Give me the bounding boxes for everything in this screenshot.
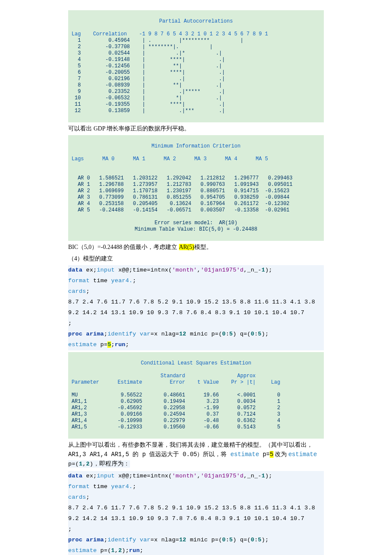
minic-footer1: Error series model: AR(10) [72,220,320,226]
pacf-rows: 1 0.45964 | . |********* | 2 -0.37708 | … [72,38,320,114]
pacf-header-lag: Lag [72,31,81,37]
minic-rows: AR 0 1.586521 1.203122 1.292042 1.212812… [72,175,320,214]
minic-header: Lags MA 0 MA 1 MA 2 MA 3 MA 4 MA 5 [72,156,320,162]
code2-l3: cards; [68,492,324,503]
code2-l2: format time year4.; [68,482,324,492]
text-stationary: 可以看出 GDP 增长率修正后的数据序列平稳。 [68,124,324,133]
code2-l1: data ex;input x@@;time=intnx('month','01… [68,471,324,482]
clse-rows: MU 9.56522 0.48661 19.66 <.0001 0AR1,1 0… [72,392,320,431]
minic-footer2: Minimum Table Value: BIC(5,0) = -0.24488 [72,226,320,233]
minic-title: Minimum Information Criterion [72,143,320,150]
clse-title: Conditional Least Squares Estimation [72,360,320,367]
text-bic: BIC（5,0）=-0.24488 的值最小，考虑建立 AR(5)模型。 [68,243,324,252]
code1-l4: 8.7 2.4 7.6 11.7 7.6 7.8 5.2 9.1 10.9 15… [68,297,324,308]
pacf-title: Partial Autocorrelations [72,18,320,25]
code1-l3: cards; [68,286,324,297]
code2-l4: 8.7 2.4 7.6 11.7 7.6 7.8 5.2 9.1 10.9 15… [68,503,324,514]
code2-l7: proc arima;identify var=x nlag=12 minic … [68,535,324,546]
code-block-2: data ex;input x@@;time=intnx('month','01… [68,471,324,555]
minic-output: Minimum Information Criterion Lags MA 0 … [68,135,324,241]
ar5-highlight: AR(5) [179,244,194,250]
code2-l6: ; [68,524,324,535]
section-heading: （4）模型的建立 [68,254,324,263]
code1-l5: 9.2 14.2 14 13.1 10.9 10 9.3 7.8 7.6 8.4… [68,308,324,318]
text-bic-c: 模型。 [194,244,212,250]
code-block-1: data ex;input x@@;time=intnx('month','01… [68,265,324,350]
code2-l5: 9.2 14.2 14 13.1 10.9 10 9.3 7.8 7.6 8.4… [68,514,324,524]
code1-l1: data ex;input x@@;time=intnx('month','01… [68,265,324,276]
clse-header2: Parameter Estimate Error t Value Pr > |t… [72,379,320,386]
text-insig: 从上图中可以看出，有些参数不显著，我们将其去掉，建立最精干的模型。（其中可以看出… [68,440,324,470]
code1-l6: ; [68,318,324,329]
clse-header: Standard Approx [72,373,320,379]
code2-l8: estimate p=(1,2);run; [68,546,324,555]
code1-l8: estimate p=5;run; [68,340,324,350]
clse-output: Conditional Least Squares Estimation Sta… [68,352,324,439]
pacf-output: Partial Autocorrelations Lag Correlation… [68,10,324,122]
pacf-header-corr: Correlation [93,31,127,37]
code1-l2: format time year4.; [68,276,324,286]
pacf-header-scale: -1 9 8 7 6 5 4 3 2 1 0 1 2 3 4 5 6 7 8 9… [139,31,268,37]
code1-l7: proc arima;identify var=x nlag=12 minic … [68,329,324,340]
text-bic-a: BIC（5,0）=-0.24488 的值最小，考虑建立 [68,244,179,250]
